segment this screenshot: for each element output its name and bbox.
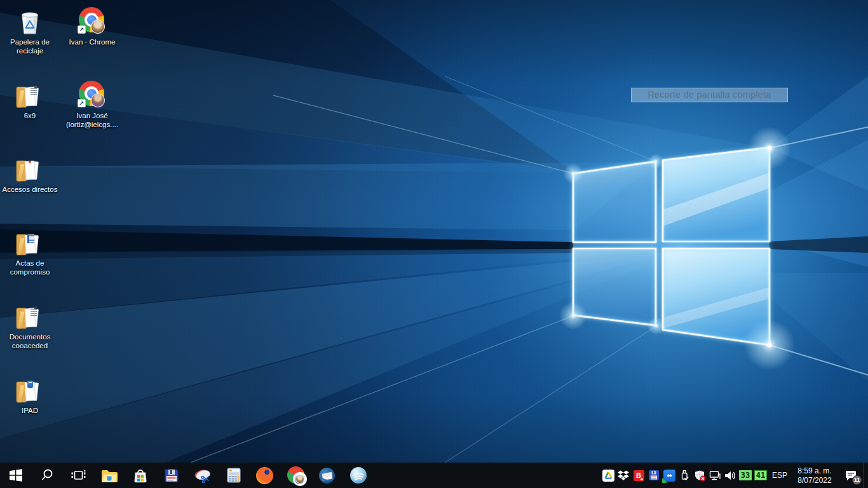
file-explorer-icon (100, 468, 118, 483)
teamviewer-tray-icon[interactable] (661, 463, 677, 488)
firefox-icon (256, 467, 273, 484)
word-doc-deco (27, 235, 34, 243)
taskbar: B (0, 463, 868, 488)
icon-label: Actas de compromiso (10, 259, 50, 276)
icon-label: Accesos directos (3, 186, 58, 194)
taskbar-app-buttons (0, 463, 374, 488)
icon-label: Ivan José (iortiz@ielcgs.... (66, 112, 118, 129)
folder-icon (15, 85, 44, 109)
chrome-profile-badge (295, 475, 304, 484)
red-dot-deco (29, 161, 31, 163)
desktop-icon-ipad[interactable]: IPAD (1, 374, 59, 416)
start-button[interactable] (0, 463, 31, 488)
thunderbird-icon (318, 467, 336, 484)
microsoft-store-icon (132, 467, 149, 484)
language-indicator[interactable]: ESP (768, 471, 791, 480)
taskbar-clock[interactable]: 8:59 a. m. 8/07/2022 (791, 466, 838, 485)
floppy-disk-icon (163, 467, 180, 484)
calculator-button[interactable] (218, 463, 249, 488)
system-tray: B (600, 463, 868, 488)
show-desktop-button[interactable] (864, 463, 867, 488)
document-lines-deco (31, 86, 37, 95)
microsoft-store-button[interactable] (125, 463, 156, 488)
network-tray-icon[interactable] (707, 463, 722, 488)
shortcut-arrow-icon: ↗ (78, 25, 86, 34)
clock-time: 8:59 a. m. (791, 466, 838, 476)
file-explorer-button[interactable] (93, 463, 125, 488)
recycle-bin-icon (16, 6, 44, 36)
windows-desktop-screen: Papelera de reciclaje ↗ Ivan - Chrome 6x… (0, 0, 868, 488)
desktop-icon-accesos-directos[interactable]: Accesos directos (1, 152, 59, 194)
folder-icon (15, 306, 44, 330)
desktop-icon-chrome-ivan[interactable]: ↗ Ivan - Chrome (63, 5, 121, 47)
winbox-button[interactable] (342, 463, 374, 488)
icon-label: Papelera de reciclaje (10, 38, 50, 55)
windows-hero-wallpaper (0, 0, 868, 463)
icon-label: 6x9 (24, 112, 36, 121)
temp-badge-33[interactable]: 33 (739, 470, 752, 480)
desktop-icon-documentos-cooaceded[interactable]: Documentos cooaceded (1, 300, 59, 350)
firefox-button[interactable] (249, 463, 280, 488)
floppy-color-app-tray-icon[interactable] (646, 463, 661, 488)
temp-badge-41[interactable]: 41 (754, 470, 767, 480)
snipping-tool-button[interactable] (187, 463, 218, 488)
search-icon (39, 468, 55, 483)
floppy-backup-app-button[interactable] (156, 463, 187, 488)
blue-doc-deco (27, 381, 33, 388)
windows-defender-alert-tray-icon[interactable] (692, 463, 707, 488)
calculator-icon (226, 467, 242, 484)
search-button[interactable] (31, 463, 62, 488)
volume-tray-icon[interactable] (722, 463, 738, 488)
desktop-icon-recycle-bin[interactable]: Papelera de reciclaje (1, 5, 59, 55)
desktop-icon-chrome-ivan-jose[interactable]: ↗ Ivan José (iortiz@ielcgs.... (63, 79, 121, 129)
dropbox-tray-icon[interactable] (616, 463, 631, 488)
icon-label: IPAD (22, 407, 38, 416)
google-drive-tray-icon[interactable] (600, 463, 616, 488)
red-b-badge: B (634, 470, 644, 481)
red-b-app-tray-icon[interactable]: B (631, 463, 646, 488)
snip-fullscreen-tooltip: Recorte de pantalla completa (631, 88, 788, 102)
usb-safely-remove-tray-icon[interactable] (677, 463, 692, 488)
shortcut-arrow-icon: ↗ (78, 99, 86, 107)
task-view-button[interactable] (62, 463, 93, 488)
winbox-icon (350, 467, 367, 484)
snipping-tool-icon (194, 467, 212, 484)
clock-date: 8/07/2022 (791, 476, 838, 485)
windows-logo-icon (8, 468, 24, 483)
wallpaper (0, 0, 868, 463)
notification-count-badge: 11 (852, 475, 862, 485)
chrome-icon (287, 466, 305, 484)
icon-label: Ivan - Chrome (69, 38, 116, 47)
action-center-button[interactable]: 11 (838, 463, 864, 488)
thunderbird-button[interactable] (311, 463, 342, 488)
icon-label: Documentos cooaceded (10, 333, 51, 350)
desktop-icon-6x9[interactable]: 6x9 (1, 79, 59, 121)
desktop-icon-actas-compromiso[interactable]: Actas de compromiso (1, 226, 59, 276)
profile-avatar (91, 20, 105, 34)
chrome-button[interactable] (280, 463, 311, 488)
document-lines-deco (31, 308, 37, 316)
teamviewer-icon (663, 470, 675, 482)
profile-avatar (91, 93, 105, 107)
task-view-icon (70, 468, 86, 483)
